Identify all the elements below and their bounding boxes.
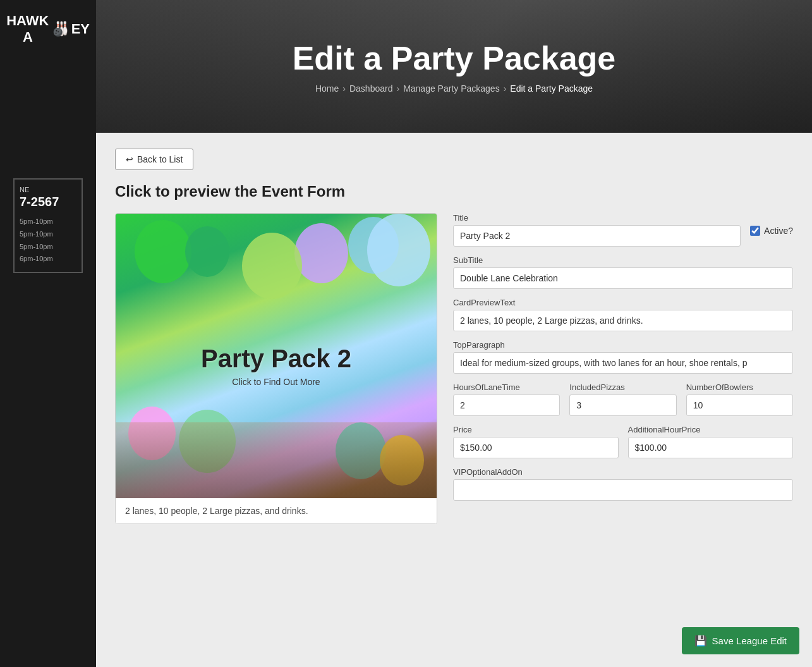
price-label: Price [453,425,619,434]
price-row: Price AdditionalHourPrice [453,425,793,458]
preview-click-text: Click to Find Out More [232,377,320,387]
title-active-row: Title Active? [453,213,793,247]
page-title: Edit a Party Package [293,39,616,77]
price-field-group: Price [453,425,619,458]
three-col-row: HoursOfLaneTime IncludedPizzas NumberOfB… [453,382,793,416]
sidebar: HAWK A 🎳 EY NE 7-2567 5pm-10pm 5pm-10pm … [0,0,96,667]
price-input[interactable] [453,437,619,458]
active-checkbox-group: Active? [750,213,793,236]
bowling-icon: 🎳 [52,21,69,37]
breadcrumb-home[interactable]: Home [315,83,339,94]
hours-list: 5pm-10pm 5pm-10pm 5pm-10pm 6pm-10pm [20,216,76,266]
breadcrumb-manage[interactable]: Manage Party Packages [403,83,500,94]
save-league-edit-button[interactable]: 💾 Save League Edit [682,627,799,654]
phone-label: NE [20,186,76,193]
logo-text: HAWK A [6,13,49,46]
preview-image: Party Pack 2 Click to Find Out More [116,214,437,498]
hours-item: 5pm-10pm [20,228,76,241]
section-heading: Click to preview the Event Form [115,183,793,200]
title-label: Title [453,213,741,223]
additional-hour-price-label: AdditionalHourPrice [628,425,794,434]
subtitle-label: SubTitle [453,255,793,265]
card-preview-label: CardPreviewText [453,298,793,307]
hours-item: 5pm-10pm [20,241,76,254]
phone-box: NE 7-2567 5pm-10pm 5pm-10pm 5pm-10pm 6pm… [13,178,83,273]
phone-number: 7-2567 [20,195,76,209]
number-bowlers-label: NumberOfBowlers [686,382,793,392]
site-logo[interactable]: HAWK A 🎳 EY [0,6,96,52]
hours-lane-input[interactable] [453,395,560,416]
card-preview-input[interactable] [453,310,793,331]
breadcrumb-sep2: › [396,83,399,94]
hours-lane-field-group: HoursOfLaneTime [453,382,560,416]
hours-item: 6pm-10pm [20,253,76,266]
save-button-container: 💾 Save League Edit [682,627,799,654]
save-icon: 💾 [694,635,707,647]
preview-caption: 2 lanes, 10 people, 2 Large pizzas, and … [116,498,437,523]
logo-suffix: EY [71,21,90,37]
preview-title: Party Pack 2 [201,345,351,373]
page-body: ↩ Back to List Click to preview the Even… [96,133,812,667]
included-pizzas-input[interactable] [569,395,676,416]
preview-card[interactable]: Party Pack 2 Click to Find Out More 2 la… [115,213,437,524]
hours-lane-label: HoursOfLaneTime [453,382,560,392]
vip-input[interactable] [453,479,793,501]
breadcrumb-current: Edit a Party Package [510,83,593,94]
additional-hour-price-field-group: AdditionalHourPrice [628,425,794,458]
breadcrumb-sep1: › [342,83,346,94]
back-button-label: Back to List [137,154,183,164]
active-label: Active? [764,226,793,236]
title-input[interactable] [453,225,741,247]
arrow-left-icon: ↩ [126,154,133,164]
number-bowlers-input[interactable] [686,395,793,416]
hero-banner: Edit a Party Package Home › Dashboard › … [96,0,812,133]
vip-field-group: VIPOptionalAddOn [453,467,793,501]
additional-hour-price-input[interactable] [628,437,794,458]
subtitle-input[interactable] [453,267,793,289]
included-pizzas-label: IncludedPizzas [569,382,676,392]
breadcrumb-sep3: › [504,83,507,94]
top-paragraph-field-group: TopParagraph [453,340,793,374]
active-checkbox[interactable] [750,226,760,236]
form-layout: Party Pack 2 Click to Find Out More 2 la… [115,213,793,524]
subtitle-field-group: SubTitle [453,255,793,289]
included-pizzas-field-group: IncludedPizzas [569,382,676,416]
breadcrumb-dashboard[interactable]: Dashboard [349,83,393,94]
save-button-label: Save League Edit [712,635,787,646]
card-preview-field-group: CardPreviewText [453,298,793,331]
breadcrumb: Home › Dashboard › Manage Party Packages… [315,83,593,94]
number-bowlers-field-group: NumberOfBowlers [686,382,793,416]
top-paragraph-label: TopParagraph [453,340,793,350]
edit-form: Title Active? SubTitle CardPreviewText [453,213,793,501]
main-content: Edit a Party Package Home › Dashboard › … [96,0,812,667]
title-field-group: Title [453,213,741,247]
back-to-list-button[interactable]: ↩ Back to List [115,149,193,170]
top-paragraph-input[interactable] [453,352,793,374]
vip-label: VIPOptionalAddOn [453,467,793,477]
hours-item: 5pm-10pm [20,216,76,228]
